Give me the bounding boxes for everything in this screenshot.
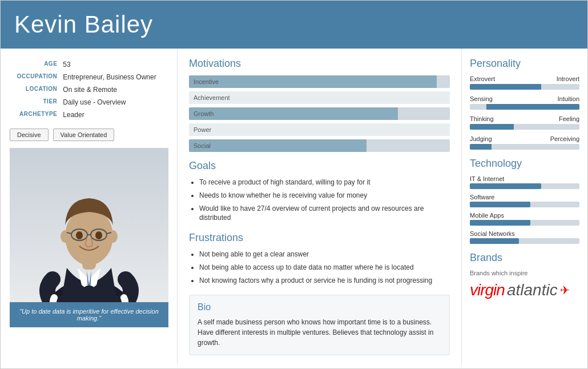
goals-list: To receive a product of high standard, w… bbox=[189, 178, 450, 223]
personality-right-label: Intuition bbox=[557, 95, 579, 102]
bio-title: Bio bbox=[198, 302, 441, 312]
va-swoosh-icon: ✈ bbox=[560, 283, 570, 297]
brands-subtitle: Brands which inspire bbox=[470, 270, 579, 276]
info-table: AGE53OCCUPATIONEntrepreneur, Business Ow… bbox=[10, 58, 168, 122]
tech-bar-bg bbox=[470, 183, 579, 189]
tech-row: Software bbox=[470, 194, 579, 207]
technology-title: Technology bbox=[470, 158, 579, 170]
personality-left-label: Judging bbox=[470, 135, 492, 142]
personality-section: Personality Extrovert Introvert Sensing … bbox=[470, 58, 579, 150]
bio-text: A self made business person who knows ho… bbox=[198, 317, 441, 348]
motivation-bar-fill bbox=[189, 107, 398, 120]
personality-right-label: Feeling bbox=[559, 115, 579, 122]
slider-track bbox=[470, 124, 579, 130]
personality-row: Sensing Intuition bbox=[470, 95, 579, 110]
info-value: Leader bbox=[61, 109, 167, 121]
motivation-bar-row: Social bbox=[189, 139, 450, 152]
motivation-bar-bg: Incentive bbox=[189, 75, 450, 88]
virgin-text: virgin bbox=[470, 281, 505, 299]
info-value: 53 bbox=[61, 59, 167, 70]
goals-section: Goals To receive a product of high stand… bbox=[189, 160, 450, 223]
info-row: LOCATIONOn site & Remote bbox=[11, 84, 167, 95]
motivation-bar-bg: Social bbox=[189, 139, 450, 152]
motivation-bar-row: Power bbox=[189, 123, 450, 136]
brands-title: Brands bbox=[470, 252, 579, 264]
middle-column: Motivations Incentive Achievement Growth… bbox=[178, 49, 462, 364]
info-label: TIER bbox=[11, 97, 59, 108]
frustrations-list: Not being able to get a clear answerNot … bbox=[189, 250, 450, 285]
personality-row: Thinking Feeling bbox=[470, 115, 579, 130]
motivation-bar-label: Incentive bbox=[194, 78, 219, 85]
motivation-bar-alt: Power bbox=[189, 123, 450, 136]
avatar-area: "Up to date data is imperitive for effec… bbox=[10, 148, 168, 327]
frustration-item: Not being able to get a clear answer bbox=[199, 250, 450, 259]
personality-right-label: Introvert bbox=[557, 75, 579, 82]
tag-value-orientated[interactable]: Value Orientated bbox=[53, 129, 115, 141]
brands-section: Brands Brands which inspire virgin atlan… bbox=[470, 252, 579, 299]
info-label: OCCUPATION bbox=[11, 71, 59, 83]
tag-buttons: Decisive Value Orientated bbox=[10, 129, 168, 141]
info-label: ARCHETYPE bbox=[11, 109, 59, 121]
svg-point-11 bbox=[76, 231, 83, 239]
tech-label: Mobile Apps bbox=[470, 212, 579, 219]
frustration-item: Not being able to access up to date data… bbox=[199, 263, 450, 272]
personality-labels: Sensing Intuition bbox=[470, 95, 579, 102]
tech-bar-fill bbox=[470, 238, 519, 244]
tech-bar-fill bbox=[470, 183, 541, 189]
info-row: TIERDaily use - Overview bbox=[11, 97, 167, 108]
motivation-bars: Incentive Achievement Growth Power Socia… bbox=[189, 75, 450, 152]
goal-item: Would like to have 27/4 overview of curr… bbox=[199, 204, 450, 223]
tech-row: IT & Internet bbox=[470, 175, 579, 189]
personality-traits: Extrovert Introvert Sensing Intuition Th… bbox=[470, 75, 579, 150]
bio-box: Bio A self made business person who know… bbox=[189, 295, 450, 355]
virgin-atlantic-logo: virgin atlantic ✈ bbox=[470, 281, 579, 299]
tech-bar-bg bbox=[470, 238, 579, 244]
info-label: AGE bbox=[11, 59, 59, 70]
personality-row: Judging Perceiving bbox=[470, 135, 579, 150]
info-row: ARCHETYPELeader bbox=[11, 109, 167, 121]
info-value: Entrepreneur, Business Owner bbox=[61, 71, 167, 83]
page-wrapper: Kevin Bailey AGE53OCCUPATIONEntrepreneur… bbox=[0, 0, 588, 369]
tech-bar-bg bbox=[470, 220, 579, 226]
body-content: AGE53OCCUPATIONEntrepreneur, Business Ow… bbox=[1, 49, 587, 364]
right-column: Personality Extrovert Introvert Sensing … bbox=[462, 49, 587, 364]
info-row: OCCUPATIONEntrepreneur, Business Owner bbox=[11, 71, 167, 83]
personality-left-label: Thinking bbox=[470, 115, 494, 122]
motivations-title: Motivations bbox=[189, 58, 450, 70]
tech-bars: IT & Internet Software Mobile Apps Socia… bbox=[470, 175, 579, 244]
info-value: On site & Remote bbox=[61, 84, 167, 95]
technology-section: Technology IT & Internet Software Mobile… bbox=[470, 158, 579, 244]
slider-track bbox=[470, 84, 579, 90]
tech-bar-fill bbox=[470, 220, 530, 226]
tech-bar-fill bbox=[470, 202, 530, 207]
motivation-bar-row: Growth bbox=[189, 107, 450, 120]
personality-left-label: Sensing bbox=[470, 95, 493, 102]
frustrations-title: Frustrations bbox=[189, 232, 450, 244]
motivation-bar-label: Growth bbox=[194, 110, 214, 117]
slider-track bbox=[470, 144, 579, 150]
tech-row: Social Networks bbox=[470, 230, 579, 244]
tech-label: Social Networks bbox=[470, 230, 579, 237]
info-label: LOCATION bbox=[11, 84, 59, 95]
motivation-bar-bg: Growth bbox=[189, 107, 450, 120]
frustrations-section: Frustrations Not being able to get a cle… bbox=[189, 232, 450, 285]
motivation-bar-fill bbox=[189, 139, 367, 152]
header: Kevin Bailey bbox=[1, 1, 587, 49]
motivations-section: Motivations Incentive Achievement Growth… bbox=[189, 58, 450, 152]
left-column: AGE53OCCUPATIONEntrepreneur, Business Ow… bbox=[1, 49, 178, 364]
personality-row: Extrovert Introvert bbox=[470, 75, 579, 90]
frustration-item: Not knowing factors why a product or ser… bbox=[199, 276, 450, 286]
svg-point-4 bbox=[61, 230, 70, 243]
person-svg bbox=[10, 148, 168, 302]
motivation-bar-fill bbox=[189, 75, 437, 88]
person-name: Kevin Bailey bbox=[14, 11, 574, 38]
personality-labels: Extrovert Introvert bbox=[470, 75, 579, 82]
personality-labels: Judging Perceiving bbox=[470, 135, 579, 142]
svg-point-5 bbox=[108, 230, 118, 243]
slider-track bbox=[470, 104, 579, 110]
tag-decisive[interactable]: Decisive bbox=[10, 129, 49, 141]
tech-label: IT & Internet bbox=[470, 175, 579, 182]
info-value: Daily use - Overview bbox=[61, 97, 167, 108]
motivation-bar-label: Social bbox=[194, 142, 211, 149]
info-row: AGE53 bbox=[11, 59, 167, 70]
